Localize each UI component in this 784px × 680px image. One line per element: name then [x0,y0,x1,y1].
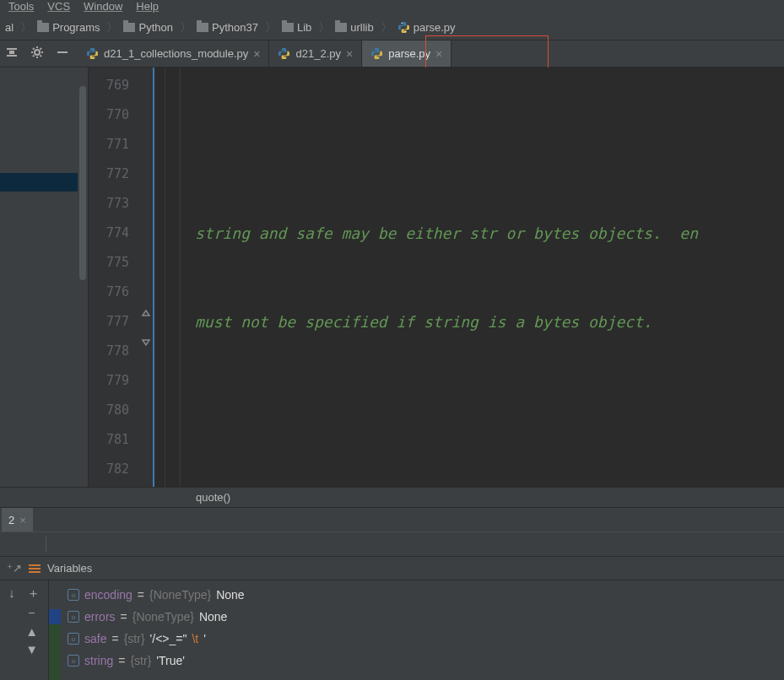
variables-list[interactable]: oencoding={NoneType}None oerrors={NoneTy… [61,580,784,680]
prev-frame-button[interactable]: ↓ [8,586,15,602]
svg-point-5 [35,50,40,55]
new-watch-icon[interactable]: ⁺↗ [7,562,22,575]
folder-icon [282,23,294,32]
project-panel-stub[interactable] [0,67,89,487]
folder-icon [335,23,347,32]
chevron-right-icon: 〉 [318,20,330,35]
svg-rect-2 [7,48,17,50]
tab-file-2[interactable]: parse.py × [362,40,451,67]
scrollbar-thumb[interactable] [79,86,86,280]
debug-stepper-tools: ↓＋ .－ .▲ .▼ [0,580,49,680]
debugger-panel: 2× ⁺↗ Variables ↓＋ .－ .▲ .▼ [0,507,784,680]
menu-vcs[interactable]: VCS [47,0,70,13]
pin-tab-icon[interactable] [5,46,19,62]
breadcrumb-item[interactable]: parse.py [394,21,461,34]
object-icon: o [68,611,79,623]
move-down-button[interactable]: ▼ [25,642,38,656]
close-icon[interactable]: × [253,47,260,61]
fold-end-icon[interactable] [140,307,152,319]
python-file-icon [278,47,290,60]
close-icon[interactable]: × [435,47,442,61]
chevron-right-icon: 〉 [180,20,192,35]
remove-button[interactable]: － [25,605,38,621]
svg-point-0 [401,23,402,24]
debug-session-tab[interactable]: 2× [2,508,33,532]
breadcrumb-context: quote() [0,487,784,507]
variable-row[interactable]: osafe={str}'/<>_=" \t' [68,628,784,650]
debug-toolbar [0,532,784,557]
variable-row[interactable]: ostring={str}'True' [68,650,784,672]
frames-strip [49,580,61,680]
tab-file-0[interactable]: d21_1_collections_module.py × [78,40,269,67]
variable-row[interactable]: oerrors={NoneType}None [68,606,784,628]
code-editor[interactable]: 7697707717727737747757767777787797807817… [89,67,784,487]
view-mode-icon[interactable] [29,564,41,573]
python-file-icon [86,47,99,60]
menubar: Tools VCS Window Help [0,0,784,15]
breadcrumb-item[interactable]: Lib [278,21,316,34]
breadcrumb-item[interactable]: Python37 [193,21,263,34]
svg-point-1 [405,31,406,32]
editor-tabbar: d21_1_collections_module.py × d21_2.py ×… [0,40,784,67]
menu-help[interactable]: Help [136,0,159,13]
close-icon[interactable]: × [346,47,353,61]
collapse-icon[interactable] [56,46,69,62]
variables-label: Variables [47,562,92,575]
breadcrumb-item[interactable]: Programs [34,21,105,34]
chevron-right-icon: 〉 [20,20,32,35]
object-icon: o [68,589,79,601]
add-button[interactable]: ＋ [27,586,40,602]
folder-icon [197,23,208,32]
gear-icon[interactable] [30,46,44,62]
folder-icon [37,23,49,32]
indent-guides [154,67,190,487]
svg-rect-4 [9,51,14,54]
breadcrumb-item[interactable]: Python [120,21,177,34]
move-up-button[interactable]: ▲ [25,624,38,639]
variable-row[interactable]: oencoding={NoneType}None [68,584,784,606]
breadcrumb-item[interactable]: al [2,21,19,34]
line-number-gutter: 7697707717727737747757767777787797807817… [89,67,138,487]
python-file-icon [397,21,410,34]
breadcrumb-item[interactable]: urllib [332,21,378,34]
svg-rect-3 [7,55,17,57]
object-icon: o [68,633,79,645]
folder-icon [123,23,135,32]
chevron-right-icon: 〉 [106,20,118,35]
object-icon: o [68,655,79,667]
chevron-right-icon: 〉 [265,20,277,35]
chevron-right-icon: 〉 [381,20,392,35]
svg-rect-6 [57,51,68,53]
fold-start-icon[interactable] [140,337,152,348]
python-file-icon [370,47,383,60]
menu-tools[interactable]: Tools [8,0,34,13]
breadcrumb: al 〉 Programs 〉 Python 〉 Python37 〉 Lib … [0,15,784,40]
fold-gutter[interactable] [138,67,154,487]
close-icon[interactable]: × [19,514,26,526]
tab-file-1[interactable]: d21_2.py × [269,40,362,67]
variables-header: ⁺↗ Variables [0,557,784,580]
menu-window[interactable]: Window [84,0,122,13]
